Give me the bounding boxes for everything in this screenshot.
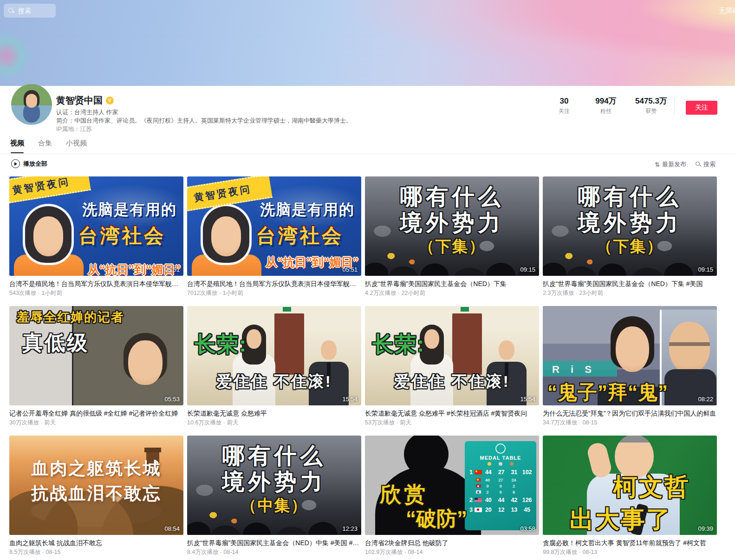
thumbnail-overlay-text: 黄智贤夜问	[9, 176, 91, 205]
stat-value: 5475.3万	[635, 97, 667, 106]
video-card[interactable]: 欣赏“破防”MEDAL TABLE14427311024027240022062…	[365, 436, 539, 556]
medal-table-graphic: MEDAL TABLE14427311024027240022062404442…	[465, 441, 536, 530]
s-ev-door-graphic	[274, 313, 304, 375]
video-title: 台湾不是殖民地！台当局军方乐仪队竟表演日本侵华军舰进行曲	[187, 279, 361, 288]
video-card[interactable]: 血肉之躯筑长城抗战血泪不敢忘08:54血肉之躯筑长城 抗战血泪不敢忘8.5万次播…	[9, 436, 183, 556]
thumbnail-overlay-text: 血肉之躯筑长城	[9, 457, 183, 480]
video-card[interactable]: 长荣:爱住住 不住滚!15:54长荣道歉毫无诚意 众怒难平 #长荣桂冠酒店 #黄…	[365, 306, 539, 427]
medal-count: 102	[520, 469, 533, 475]
thumbnail-overlay-text: 羞辱全红婵的记者	[17, 309, 124, 326]
duration-badge: 08:22	[698, 396, 713, 403]
medal-row: 206	[468, 489, 533, 495]
video-title: 为什么无法忍受“拜鬼”？因为它们双手沾满我们中国人的鲜血	[543, 409, 717, 418]
medal-dot-icon	[488, 462, 491, 466]
video-card[interactable]: 黄智贤夜问洗脑是有用的台湾社会从“抗日”到“媚日”05:51台湾不是殖民地！台当…	[9, 176, 183, 297]
video-title: 扒皮“世界毒瘤”美国国家民主基金会（NED）中集 #美国 #颜革	[187, 538, 361, 547]
thumbnail-overlay-text: 境外势力	[187, 467, 361, 497]
medal-count: 2	[507, 484, 520, 488]
video-card[interactable]: 哪有什么境外势力（下集）09:15扒皮“世界毒瘤”美国国家民主基金会（NED）下…	[543, 176, 717, 297]
video-toolbar: 播放全部 最新发布 搜索	[0, 158, 735, 171]
medal-count: 13	[508, 507, 521, 513]
flag-icon-cn	[475, 470, 482, 475]
duration-badge: 09:39	[698, 525, 713, 532]
medal-count: 20	[482, 507, 495, 513]
medal-rank: 3	[468, 507, 475, 513]
medal-icons	[468, 462, 533, 466]
accessibility-link[interactable]: 无障碍	[719, 7, 735, 15]
thumbnail-overlay-text: （中集）	[187, 495, 361, 516]
certification-text: 认证：台湾主持人 作家	[56, 108, 118, 117]
video-meta: 543次播放 · 1小时前	[9, 289, 183, 297]
s-rep-face-graphic	[120, 333, 171, 405]
duration-badge: 05:53	[164, 396, 180, 403]
stat-value: 994万	[593, 97, 618, 106]
divider	[674, 98, 675, 115]
video-meta: 99.8万次播放 · 08-13	[543, 548, 717, 556]
video-meta: 102.9万次播放 · 08-14	[365, 548, 539, 556]
top-search-box[interactable]	[4, 4, 56, 18]
thumbnail-overlay-text: 爱住住 不住滚!	[365, 371, 539, 392]
avatar[interactable]	[11, 84, 52, 125]
duration-badge: 05:51	[342, 266, 358, 273]
tab-视频[interactable]: 视频	[10, 139, 24, 153]
page-title: 黄智贤中国	[56, 94, 103, 107]
medal-rank: 1	[468, 469, 475, 475]
medal-row: 402724	[468, 477, 533, 483]
video-card[interactable]: 黄智贤夜问洗脑是有用的台湾社会从“抗日”到“媚日”05:51台湾不是殖民地！台当…	[187, 176, 361, 297]
stat-获赞: 5475.3万获赞	[635, 97, 667, 115]
video-meta: 8.5万次播放 · 08-15	[9, 548, 183, 556]
video-title: 扒皮“世界毒瘤”美国国家民主基金会（NED）下集 #美国	[543, 279, 717, 288]
video-thumbnail: 长荣:爱住住 不住滚!15:54	[187, 306, 361, 405]
medal-count: 24	[507, 478, 520, 482]
thumbnail-overlay-text: 长荣:	[195, 330, 247, 359]
tab-小视频[interactable]: 小视频	[66, 139, 87, 153]
thumbnail-overlay-text: “鬼子”拜“鬼”	[547, 379, 668, 405]
medal-count: 0	[494, 484, 507, 488]
video-thumbnail: R i S“鬼子”拜“鬼”08:22	[543, 306, 717, 405]
follow-button[interactable]: 关注	[686, 101, 717, 115]
video-card[interactable]: 羞辱全红婵的记者真低级05:53记者公开羞辱全红婵 真的很低级 #全红婵 #记者…	[9, 306, 183, 427]
video-card[interactable]: 长荣:爱住住 不住滚!15:54长荣道歉毫无诚意 众怒难平10.6万次播放 · …	[187, 306, 361, 427]
medal-count: 45	[520, 507, 533, 513]
s-bw-person-graphic	[192, 254, 261, 276]
medal-count: 6	[507, 490, 520, 495]
bio-text: 简介：中国台湾作家、评论员。《夜间打权》主持人。英国莱斯特大学企业管理学硕士，湖…	[56, 117, 352, 125]
tab-合集[interactable]: 合集	[38, 139, 52, 153]
video-thumbnail: 哪有什么境外势力（下集）09:15	[365, 176, 539, 276]
tab-bar: 视频合集小视频	[0, 139, 735, 154]
video-title: 长荣道歉毫无诚意 众怒难平 #长荣桂冠酒店 #黄智贤夜问	[365, 409, 539, 418]
thumbnail-overlay-text: 哪有什么	[365, 182, 539, 212]
play-all-button[interactable]: 播放全部	[11, 159, 47, 168]
video-meta: 7012次播放 · 1小时前	[187, 289, 361, 297]
thumbnail-overlay-text: 洗脑是有用的	[82, 200, 177, 220]
play-all-label: 播放全部	[23, 160, 47, 168]
thumbnail-overlay-text: 境外势力	[365, 208, 539, 238]
search-input[interactable]	[17, 7, 52, 15]
video-card[interactable]: 柯文哲出大事了09:39贪腐必败！柯文哲出大事 黄智贤11年前就预告了 #柯文哲…	[543, 436, 717, 556]
video-thumbnail: 黄智贤夜问洗脑是有用的台湾社会从“抗日”到“媚日”05:51	[187, 176, 361, 276]
video-thumbnail: 哪有什么境外势力（下集）09:15	[543, 176, 717, 276]
video-card[interactable]: 哪有什么境外势力（下集）09:15扒皮“世界毒瘤”美国国家民主基金会（NED）下…	[365, 176, 539, 297]
video-card[interactable]: 哪有什么境外势力（中集）12:23扒皮“世界毒瘤”美国国家民主基金会（NED）中…	[187, 436, 361, 556]
video-search-button[interactable]: 搜索	[696, 160, 715, 169]
thumbnail-overlay-text: 欣赏	[380, 480, 428, 509]
stat-关注: 30关注	[552, 97, 577, 115]
stat-粉丝: 994万粉丝	[593, 97, 618, 115]
s-ki-kishida-graphic	[660, 310, 717, 405]
video-thumbnail: 欣赏“破防”MEDAL TABLE14427311024027240022062…	[365, 436, 539, 535]
video-card[interactable]: R i S“鬼子”拜“鬼”08:22为什么无法忍受“拜鬼”？因为它们双手沾满我们…	[543, 306, 717, 427]
sort-button[interactable]: 最新发布	[655, 160, 686, 169]
duration-badge: 09:15	[520, 266, 535, 273]
video-title: 长荣道歉毫无诚意 众怒难平	[187, 409, 361, 418]
medal-row: 2404442126	[468, 495, 533, 505]
thumbnail-overlay-text: “破防”	[406, 505, 467, 533]
thumbnail-overlay-text: 长荣:	[372, 330, 425, 359]
duration-badge: 12:23	[342, 525, 358, 532]
duration-badge: 09:15	[698, 266, 713, 273]
medal-count: 44	[482, 469, 495, 475]
thumbnail-overlay-text: （下集）	[365, 236, 539, 257]
sort-icon	[655, 161, 660, 168]
medal-dot-icon	[510, 462, 514, 466]
video-meta: 30万次播放 · 前天	[9, 419, 183, 427]
s-ev-door-graphic	[452, 313, 482, 375]
